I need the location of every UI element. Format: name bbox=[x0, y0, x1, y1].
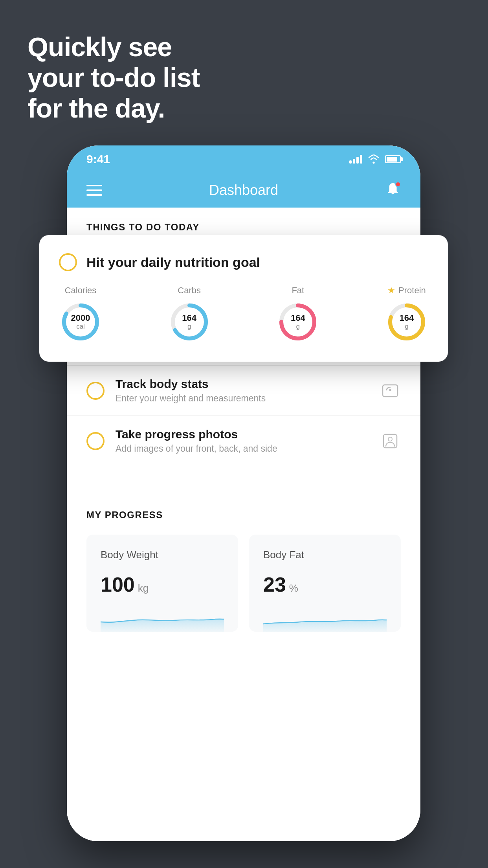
todo-subtitle-stats: Enter your weight and measurements bbox=[116, 393, 369, 404]
goal-protein: ★ Protein 164 g bbox=[385, 285, 428, 344]
signal-icon bbox=[349, 155, 362, 164]
goal-fat: Fat 164 g bbox=[276, 285, 319, 344]
fat-donut: 164 g bbox=[276, 300, 319, 344]
body-weight-chart bbox=[101, 608, 224, 632]
hamburger-menu[interactable] bbox=[86, 185, 102, 196]
carbs-label: Carbs bbox=[178, 285, 201, 296]
todo-subtitle-photos: Add images of your front, back, and side bbox=[116, 443, 369, 454]
todo-circle-photos bbox=[86, 432, 105, 450]
headline: Quickly see your to-do list for the day. bbox=[28, 31, 200, 124]
body-fat-value-row: 23 % bbox=[263, 573, 387, 596]
floating-card: Hit your daily nutrition goal Calories 2… bbox=[39, 235, 448, 362]
progress-header: MY PROGRESS bbox=[86, 509, 401, 520]
todo-info-photos: Take progress photos Add images of your … bbox=[116, 428, 369, 454]
todo-circle-stats bbox=[86, 382, 105, 400]
star-icon: ★ bbox=[387, 285, 395, 296]
todo-title-photos: Take progress photos bbox=[116, 428, 369, 441]
progress-cards: Body Weight 100 kg bbox=[86, 535, 401, 632]
headline-line2: your to-do list bbox=[28, 62, 200, 93]
body-fat-unit: % bbox=[289, 582, 298, 594]
card-main-title: Hit your daily nutrition goal bbox=[86, 255, 260, 270]
card-title-row: Hit your daily nutrition goal bbox=[59, 253, 428, 271]
body-weight-card: Body Weight 100 kg bbox=[86, 535, 238, 632]
carbs-value: 164 g bbox=[182, 313, 196, 331]
scale-icon bbox=[380, 380, 401, 401]
body-weight-value: 100 bbox=[101, 573, 135, 596]
body-fat-title: Body Fat bbox=[263, 549, 387, 561]
status-icons bbox=[349, 154, 401, 164]
battery-icon bbox=[385, 155, 401, 163]
progress-section: MY PROGRESS Body Weight 100 kg bbox=[67, 490, 420, 632]
fat-label: Fat bbox=[292, 285, 304, 296]
status-time: 9:41 bbox=[86, 153, 110, 166]
todo-title-stats: Track body stats bbox=[116, 377, 369, 391]
calories-value: 2000 cal bbox=[71, 313, 90, 331]
nav-title: Dashboard bbox=[209, 182, 278, 199]
status-bar: 9:41 bbox=[67, 145, 420, 173]
calories-donut: 2000 cal bbox=[59, 300, 102, 344]
bell-button[interactable] bbox=[385, 182, 401, 199]
nutrition-goals: Calories 2000 cal Carbs bbox=[59, 285, 428, 344]
body-weight-title: Body Weight bbox=[101, 549, 224, 561]
body-fat-card: Body Fat 23 % bbox=[249, 535, 401, 632]
protein-value: 164 g bbox=[400, 313, 414, 331]
goal-carbs: Carbs 164 g bbox=[168, 285, 211, 344]
fat-value: 164 g bbox=[291, 313, 305, 331]
svg-point-3 bbox=[388, 437, 392, 441]
carbs-donut: 164 g bbox=[168, 300, 211, 344]
body-weight-unit: kg bbox=[138, 582, 149, 594]
svg-point-1 bbox=[389, 389, 391, 391]
person-icon bbox=[380, 430, 401, 452]
todo-info-stats: Track body stats Enter your weight and m… bbox=[116, 377, 369, 404]
goal-calories: Calories 2000 cal bbox=[59, 285, 102, 344]
calories-label: Calories bbox=[65, 285, 97, 296]
card-circle-radio bbox=[59, 253, 77, 271]
body-weight-value-row: 100 kg bbox=[101, 573, 224, 596]
todo-item-body-stats[interactable]: Track body stats Enter your weight and m… bbox=[67, 366, 420, 416]
todo-item-photos[interactable]: Take progress photos Add images of your … bbox=[67, 416, 420, 466]
headline-line3: for the day. bbox=[28, 93, 200, 123]
body-fat-chart bbox=[263, 608, 387, 632]
headline-line1: Quickly see bbox=[28, 31, 200, 62]
wifi-icon bbox=[368, 154, 380, 164]
protein-donut: 164 g bbox=[385, 300, 428, 344]
body-fat-value: 23 bbox=[263, 573, 286, 596]
protein-label: ★ Protein bbox=[387, 285, 426, 296]
nav-bar: Dashboard bbox=[67, 173, 420, 208]
